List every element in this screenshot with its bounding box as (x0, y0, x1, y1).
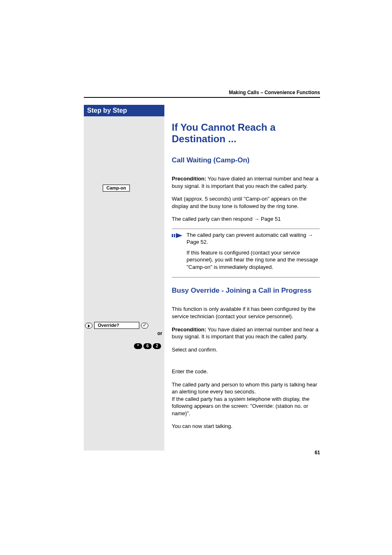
note-block: The called party can prevent automatic c… (172, 229, 320, 278)
note-icon (172, 231, 187, 274)
svg-rect-1 (174, 234, 175, 237)
header-rule (84, 97, 320, 98)
override-result: The called party and person to whom this… (172, 381, 320, 417)
select-confirm-instruction: Select and confirm. (172, 346, 320, 354)
svg-marker-2 (176, 233, 182, 238)
enter-code-instruction: Enter the code. (172, 368, 320, 375)
page-number: 61 (315, 450, 320, 456)
sidebar-background (84, 105, 164, 451)
display-label-campon: Camp-on (103, 185, 130, 192)
respond-text: The called party can then respond (172, 216, 254, 222)
wait-instruction: Wait (approx. 5 seconds) until "Camp-on"… (172, 195, 320, 210)
sidebar-title: Step by Step (84, 105, 164, 116)
running-header: Making Calls – Convenience Functions (229, 90, 320, 95)
note-line-2: If this feature is configured (contact y… (187, 249, 320, 271)
or-label: or (85, 331, 163, 336)
confirm-check-icon (141, 323, 148, 328)
section-heading-busy-override: Busy Override - Joining a Call in Progre… (172, 287, 320, 295)
override-row: Override? (85, 321, 164, 329)
precondition-1: Precondition: You have dialed an interna… (172, 175, 320, 190)
respond-instruction: The called party can then respond → Page… (172, 215, 320, 223)
page-heading: If You Cannot Reach a Destination ... (172, 122, 320, 145)
keypad-code: * 6 2 (134, 343, 164, 349)
start-talking: You can now start talking. (172, 423, 320, 430)
page: Making Calls – Convenience Functions Ste… (0, 0, 392, 555)
svg-rect-0 (172, 234, 173, 237)
key-2: 2 (153, 343, 161, 349)
page-ref-51[interactable]: → Page 51 (254, 216, 281, 222)
note-line-1a: The called party can prevent automatic c… (187, 232, 308, 238)
note-text: The called party can prevent automatic c… (187, 231, 320, 274)
key-star: * (134, 343, 142, 349)
main-content: If You Cannot Reach a Destination ... Ca… (172, 122, 320, 436)
precondition-2: Precondition: You have dialed an interna… (172, 326, 320, 340)
display-label-override: Override? (94, 322, 139, 329)
key-6: 6 (143, 343, 152, 349)
section-heading-call-waiting: Call Waiting (Camp-On) (172, 156, 320, 164)
busy-override-intro: This function is only available if it ha… (172, 305, 320, 320)
precondition-label: Precondition: (172, 176, 206, 182)
nav-arrow-icon (85, 323, 92, 328)
precondition-label-2: Precondition: (172, 326, 206, 333)
